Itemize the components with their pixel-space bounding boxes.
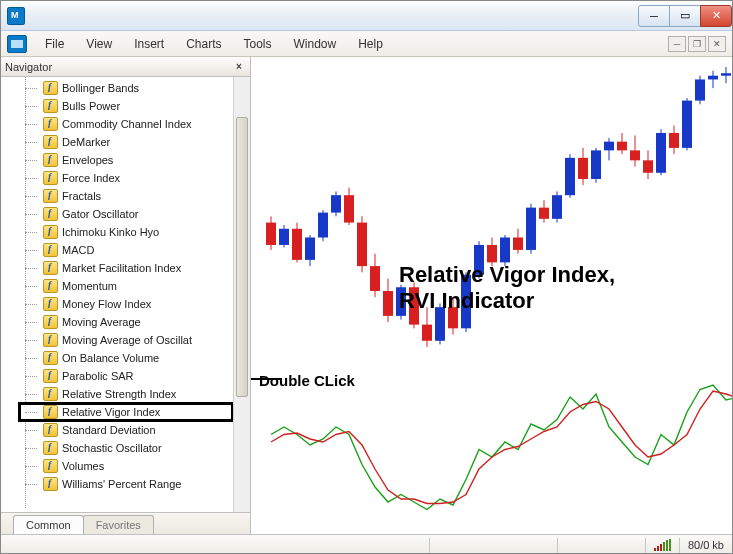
svg-rect-43 [539,208,549,219]
tree-item[interactable]: Volumes [19,457,233,475]
tree-item[interactable]: Money Flow Index [19,295,233,313]
svg-rect-11 [331,195,341,212]
svg-rect-35 [487,245,497,262]
svg-rect-39 [513,237,523,249]
tree-item[interactable]: Envelopes [19,151,233,169]
tree-item[interactable]: Parabolic SAR [19,367,233,385]
tree-item[interactable]: Ichimoku Kinko Hyo [19,223,233,241]
indicator-icon [43,279,58,293]
svg-rect-45 [552,195,562,219]
tree-item[interactable]: Moving Average [19,313,233,331]
navigator-tree[interactable]: Bollinger BandsBulls PowerCommodity Chan… [1,77,233,512]
tree-item[interactable]: Relative Strength Index [19,385,233,403]
tree-item-label: Commodity Channel Index [62,118,192,130]
window-controls: ─ ▭ ✕ [639,5,732,27]
svg-rect-13 [344,195,354,222]
chart-area[interactable]: Double CLick Relative Vigor Index, RVI I… [251,57,732,534]
tree-item[interactable]: MACD [19,241,233,259]
tree-item[interactable]: Momentum [19,277,233,295]
svg-rect-57 [630,150,640,160]
tree-item-label: Moving Average [62,316,141,328]
menu-file[interactable]: File [35,34,74,54]
navigator-scrollbar[interactable] [233,77,250,512]
menu-view[interactable]: View [76,34,122,54]
status-empty-1 [429,538,549,553]
indicator-icon [43,189,58,203]
tree-item[interactable]: Moving Average of Oscillat [19,331,233,349]
svg-rect-53 [604,142,614,151]
tree-item-label: Stochastic Oscillator [62,442,162,454]
svg-rect-61 [656,133,666,173]
tree-item-label: Fractals [62,190,101,202]
navigator-title: Navigator [5,61,52,73]
mdi-minimize-button[interactable]: ─ [668,36,686,52]
tree-item[interactable]: Stochastic Oscillator [19,439,233,457]
tree-item[interactable]: Force Index [19,169,233,187]
svg-rect-65 [682,101,692,148]
tree-item-label: On Balance Volume [62,352,159,364]
mdi-close-button[interactable]: ✕ [708,36,726,52]
tree-item[interactable]: DeMarker [19,133,233,151]
svg-rect-5 [292,229,302,260]
tree-item[interactable]: Market Facilitation Index [19,259,233,277]
indicator-icon [43,387,58,401]
tree-item[interactable]: Williams' Percent Range [19,475,233,493]
tree-item[interactable]: On Balance Volume [19,349,233,367]
menubar: File View Insert Charts Tools Window Hel… [1,31,732,57]
menu-tools[interactable]: Tools [234,34,282,54]
navigator-header: Navigator × [1,57,250,77]
indicator-icon [43,207,58,221]
mdi-restore-button[interactable]: ❐ [688,36,706,52]
app-menu-icon[interactable] [7,35,27,53]
navigator-panel: Navigator × Bollinger BandsBulls PowerCo… [1,57,251,534]
minimize-button[interactable]: ─ [638,5,670,27]
tree-item[interactable]: Gator Oscillator [19,205,233,223]
tree-item[interactable]: Standard Deviation [19,421,233,439]
statusbar: 80/0 kb [1,534,732,554]
tree-item[interactable]: Bulls Power [19,97,233,115]
tree-item-label: Momentum [62,280,117,292]
svg-rect-55 [617,142,627,151]
indicator-icon [43,243,58,257]
tree-item[interactable]: Fractals [19,187,233,205]
indicator-icon [43,81,58,95]
tree-item-label: Parabolic SAR [62,370,134,382]
tree-item-label: Relative Vigor Index [62,406,160,418]
indicator-icon [43,369,58,383]
connection-bars-icon [654,539,671,551]
indicator-icon [43,117,58,131]
tab-common[interactable]: Common [13,515,84,534]
svg-rect-3 [279,229,289,245]
maximize-button[interactable]: ▭ [669,5,701,27]
indicator-icon [43,225,58,239]
tree-item[interactable]: Commodity Channel Index [19,115,233,133]
menu-window[interactable]: Window [284,34,347,54]
svg-rect-9 [318,213,328,238]
tab-favorites[interactable]: Favorites [83,515,154,534]
svg-rect-69 [708,76,718,80]
indicator-icon [43,441,58,455]
indicator-icon [43,315,58,329]
annotation-indicator-name: Relative Vigor Index, RVI Indicator [399,262,615,315]
navigator-close-button[interactable]: × [232,60,246,74]
navigator-scroll-thumb[interactable] [236,117,248,397]
tree-item-label: Gator Oscillator [62,208,138,220]
svg-rect-7 [305,237,315,259]
menu-insert[interactable]: Insert [124,34,174,54]
tree-item[interactable]: Bollinger Bands [19,79,233,97]
tree-item[interactable]: Relative Vigor Index [19,403,233,421]
svg-rect-59 [643,160,653,172]
menu-help[interactable]: Help [348,34,393,54]
menu-charts[interactable]: Charts [176,34,231,54]
svg-rect-71 [721,73,731,75]
close-button[interactable]: ✕ [700,5,732,27]
tree-item-label: Moving Average of Oscillat [62,334,192,346]
indicator-icon [43,333,58,347]
app-icon [7,7,25,25]
svg-rect-37 [500,237,510,262]
tree-item-label: Money Flow Index [62,298,151,310]
svg-rect-51 [591,150,601,179]
indicator-icon [43,153,58,167]
indicator-icon [43,171,58,185]
tree-item-label: Market Facilitation Index [62,262,181,274]
